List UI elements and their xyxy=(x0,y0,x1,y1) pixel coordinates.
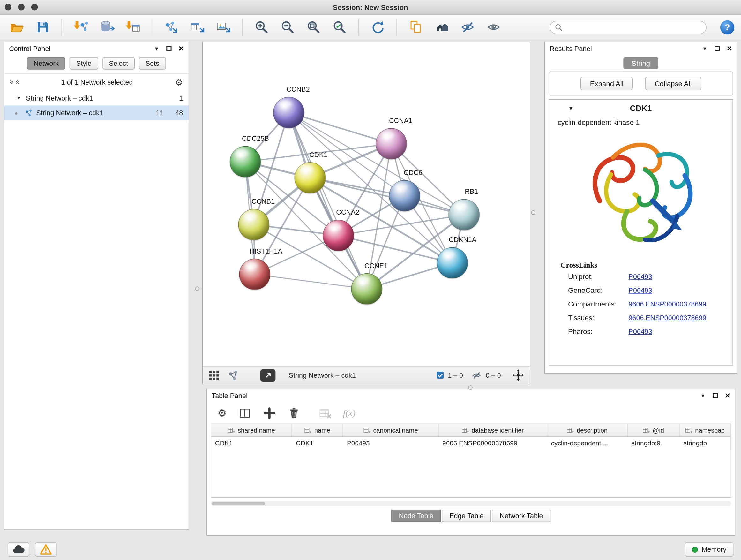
collection-expanded-icon[interactable]: ▼ xyxy=(17,96,21,101)
network-node-ccna1[interactable] xyxy=(376,128,407,159)
network-options-gear-icon[interactable]: ⚙ xyxy=(175,78,183,87)
crosslink-value-link[interactable]: P06493 xyxy=(629,273,652,280)
network-node-rb1[interactable] xyxy=(448,199,480,230)
export-network-button[interactable] xyxy=(162,18,180,36)
column-header-namespac[interactable]: namespac xyxy=(680,424,731,436)
network-node-hist1h1a[interactable] xyxy=(239,259,270,290)
import-table-from-file-button[interactable] xyxy=(124,18,142,36)
float-panel-icon[interactable]: ▼ xyxy=(154,46,159,51)
network-edge[interactable] xyxy=(255,274,367,289)
tab-network[interactable]: Network xyxy=(27,57,65,70)
network-node-cdkn1a[interactable] xyxy=(436,247,468,279)
maximize-panel-icon[interactable] xyxy=(713,393,718,398)
splitter-handle[interactable] xyxy=(531,210,536,214)
open-session-button[interactable] xyxy=(8,18,25,36)
collapse-all-button[interactable]: Collapse All xyxy=(645,77,701,90)
table-cell[interactable]: CDK1 xyxy=(211,437,292,450)
scrollbar-thumb[interactable] xyxy=(212,501,265,505)
tab-select[interactable]: Select xyxy=(103,57,135,70)
crosslink-value-link[interactable]: P06493 xyxy=(629,287,652,294)
minimize-window-button[interactable] xyxy=(18,4,24,10)
cloud-status-button[interactable] xyxy=(8,542,29,557)
grid-view-button[interactable] xyxy=(208,369,220,381)
network-edge[interactable] xyxy=(289,112,391,144)
network-node-ccnb2[interactable] xyxy=(273,97,305,128)
crosslink-value-link[interactable]: P06493 xyxy=(629,327,652,335)
network-node-cdc25b[interactable] xyxy=(230,146,261,178)
network-node-ccne1[interactable] xyxy=(351,273,382,305)
column-header-shared-name[interactable]: shared name xyxy=(211,424,292,436)
selected-checkbox-icon[interactable] xyxy=(436,371,444,379)
column-header--id[interactable]: @id xyxy=(628,424,680,436)
network-share-button[interactable] xyxy=(227,369,239,381)
crosslink-value-link[interactable]: 9606.ENSP00000378699 xyxy=(629,300,706,308)
export-table-button[interactable] xyxy=(188,18,206,36)
memory-button[interactable]: Memory xyxy=(684,542,733,557)
tab-node-table[interactable]: Node Table xyxy=(391,509,441,522)
expand-all-button[interactable]: Expand All xyxy=(581,77,633,90)
save-session-button[interactable] xyxy=(33,18,51,36)
show-all-button[interactable] xyxy=(485,18,502,36)
tab-style[interactable]: Style xyxy=(70,57,98,70)
gene-expanded-icon[interactable]: ▼ xyxy=(568,105,574,112)
table-cell[interactable]: cyclin-dependent ... xyxy=(547,437,628,450)
birdseye-view-button[interactable] xyxy=(260,369,275,381)
network-edge[interactable] xyxy=(289,112,367,289)
splitter-handle[interactable] xyxy=(195,287,199,291)
table-cell[interactable]: 9606.ENSP00000378699 xyxy=(439,437,547,450)
zoom-window-button[interactable] xyxy=(31,4,38,10)
home-button[interactable] xyxy=(433,18,451,36)
column-header-name[interactable]: name xyxy=(292,424,343,436)
float-panel-icon[interactable]: ▼ xyxy=(702,46,708,51)
table-cell[interactable]: P06493 xyxy=(343,437,439,450)
close-panel-icon[interactable]: × xyxy=(179,45,184,52)
warnings-button[interactable] xyxy=(35,542,57,557)
network-collection-row[interactable]: ▼ String Network – cdk1 1 xyxy=(4,91,189,105)
delete-column-button[interactable] xyxy=(287,407,300,420)
network-node-ccnb1[interactable] xyxy=(238,209,269,240)
table-options-gear-icon[interactable]: ⚙ xyxy=(217,408,226,419)
float-panel-icon[interactable]: ▼ xyxy=(700,393,705,398)
collapse-all-icon[interactable]: » xyxy=(13,80,21,84)
column-header-database-identifier[interactable]: database identifier xyxy=(439,424,547,436)
show-columns-button[interactable] xyxy=(238,407,251,420)
hidden-eye-slash-icon[interactable] xyxy=(472,370,482,381)
tab-edge-table[interactable]: Edge Table xyxy=(442,509,491,522)
network-node-cdk1[interactable] xyxy=(294,162,326,193)
column-header-canonical-name[interactable]: canonical name xyxy=(343,424,439,436)
apply-layout-button[interactable] xyxy=(368,18,387,36)
export-image-button[interactable] xyxy=(214,18,232,36)
crosslink-value-link[interactable]: 9606.ENSP00000378699 xyxy=(629,314,706,321)
pan-crosshair-icon[interactable] xyxy=(512,369,524,381)
network-node-cdc6[interactable] xyxy=(389,180,420,211)
network-node-ccna2[interactable] xyxy=(323,220,354,251)
create-column-button[interactable] xyxy=(263,407,276,420)
duplicate-network-button[interactable] xyxy=(407,18,425,36)
maximize-panel-icon[interactable] xyxy=(715,46,720,51)
help-button[interactable]: ? xyxy=(720,20,734,34)
hide-selected-button[interactable] xyxy=(459,18,477,36)
search-input[interactable] xyxy=(565,23,701,31)
splitter-handle[interactable] xyxy=(468,385,473,389)
import-network-from-database-button[interactable] xyxy=(98,18,116,36)
maximize-panel-icon[interactable] xyxy=(166,46,172,51)
tab-sets[interactable]: Sets xyxy=(139,57,165,70)
table-cell[interactable]: stringdb:9... xyxy=(628,437,680,450)
tab-string[interactable]: String xyxy=(623,57,658,69)
zoom-in-button[interactable] xyxy=(253,18,270,36)
column-header-description[interactable]: description xyxy=(547,424,628,436)
zoom-fit-button[interactable] xyxy=(305,18,322,36)
zoom-selected-button[interactable] xyxy=(330,18,348,36)
tab-network-table[interactable]: Network Table xyxy=(492,509,550,522)
table-cell[interactable]: CDK1 xyxy=(292,437,343,450)
network-item-row[interactable]: ● String Network – cdk1 11 48 xyxy=(4,105,189,120)
network-canvas[interactable]: CCNB2CCNA1CDC25BCDK1CDC6RB1CCNB1CCNA2CDK… xyxy=(203,42,530,366)
import-network-from-file-button[interactable] xyxy=(72,18,90,36)
table-cell[interactable]: stringdb xyxy=(680,437,731,450)
close-panel-icon[interactable]: × xyxy=(727,45,732,52)
table-row[interactable]: CDK1CDK1P064939606.ENSP00000378699cyclin… xyxy=(211,437,731,450)
close-panel-icon[interactable]: × xyxy=(725,392,730,399)
gene-card-header[interactable]: ▼ CDK1 xyxy=(549,100,733,115)
horizontal-scrollbar[interactable] xyxy=(211,501,731,506)
close-window-button[interactable] xyxy=(5,4,11,10)
